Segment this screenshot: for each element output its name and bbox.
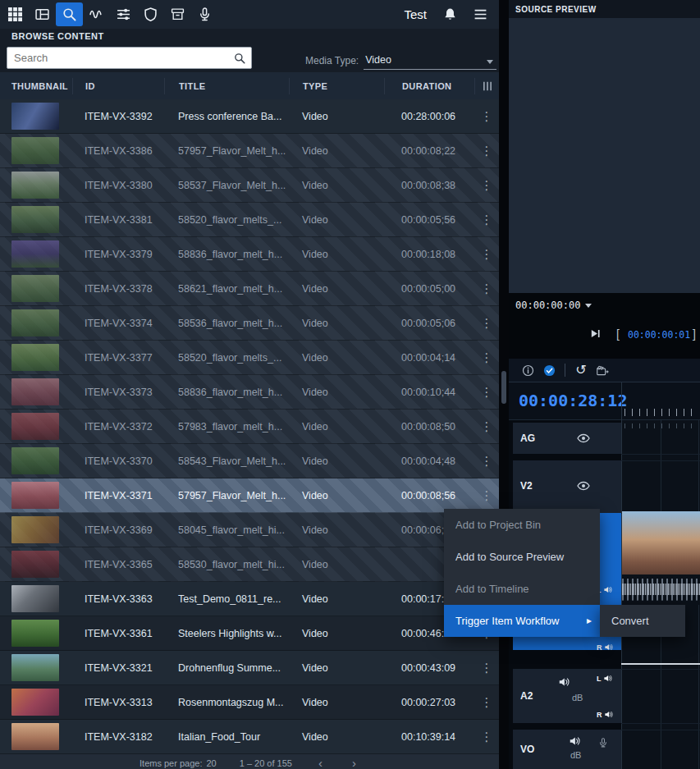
row-actions-menu-icon[interactable]: ⋮ <box>474 454 499 469</box>
next-page-icon[interactable]: › <box>349 758 359 769</box>
add-clip-icon[interactable] <box>592 360 613 380</box>
info-icon[interactable] <box>517 360 538 380</box>
video-clip-thumbnail[interactable] <box>622 511 700 574</box>
track-header-a2[interactable]: A2 dB L R <box>513 669 621 723</box>
row-actions-menu-icon[interactable]: ⋮ <box>474 350 499 365</box>
header-thumbnail[interactable]: THUMBNAIL <box>0 78 72 94</box>
db-label[interactable]: dB <box>570 750 581 760</box>
row-actions-menu-icon[interactable]: ⋮ <box>474 282 499 296</box>
item-id: ITEM-VX-3373 <box>72 387 164 398</box>
table-row[interactable]: ITEM-VX-3182 Italian_Food_Tour Video 00:… <box>0 720 499 754</box>
table-row[interactable]: ITEM-VX-3365 58530_flavor_melt_hi... Vid… <box>0 547 499 582</box>
context-menu: Add to Project Bin Add to Source Preview… <box>444 509 600 637</box>
skip-to-end-icon[interactable] <box>589 327 602 340</box>
waveform-icon[interactable] <box>83 2 110 26</box>
row-actions-menu-icon[interactable]: ⋮ <box>474 488 499 503</box>
thumbnail-cell <box>0 275 72 302</box>
table-row[interactable]: ITEM-VX-3313 Rosenmontagszug M... Video … <box>0 685 499 720</box>
notifications-bell-icon[interactable] <box>443 7 457 21</box>
row-actions-menu-icon[interactable]: ⋮ <box>474 109 499 124</box>
eye-icon[interactable] <box>577 479 590 492</box>
shield-icon[interactable] <box>137 2 164 26</box>
table-row[interactable]: ITEM-VX-3370 58543_Flavor_Melt_h... Vide… <box>0 444 499 478</box>
menu-item-trigger-item-workflow[interactable]: Trigger Item Workflow ▸ <box>444 605 600 637</box>
table-row[interactable]: ITEM-VX-3378 58621_flavor_melt_h... Vide… <box>0 272 499 306</box>
archive-icon[interactable] <box>164 2 191 26</box>
row-actions-menu-icon[interactable]: ⋮ <box>474 213 499 227</box>
preview-timecode-select[interactable]: 00:00:00:00 <box>515 300 592 311</box>
track-separator <box>621 669 700 670</box>
speaker-icon[interactable] <box>558 676 570 688</box>
video-preview-area[interactable] <box>509 18 700 293</box>
undo-icon[interactable]: ↺ <box>570 360 592 380</box>
table-row[interactable]: ITEM-VX-3373 58836_flavor_melt_h... Vide… <box>0 375 499 410</box>
speaker-icon[interactable] <box>569 735 580 747</box>
item-id: ITEM-VX-3365 <box>72 559 164 570</box>
item-duration: 00:28:00:06 <box>384 111 474 122</box>
mark-out-button[interactable]: ] <box>693 327 696 341</box>
sliders-icon[interactable] <box>110 2 137 26</box>
right-channel-meter[interactable]: R <box>597 710 613 719</box>
table-row[interactable]: ITEM-VX-3392 Press conference Ba... Vide… <box>0 99 499 134</box>
prev-page-icon[interactable]: ‹ <box>315 758 326 769</box>
menu-item-add-to-timeline[interactable]: Add to Timeline <box>444 573 600 605</box>
db-label[interactable]: dB <box>572 693 583 703</box>
row-actions-menu-icon[interactable]: ⋮ <box>474 385 499 400</box>
hamburger-menu-icon[interactable] <box>474 7 487 21</box>
column-picker-icon[interactable] <box>474 78 499 94</box>
table-row[interactable]: ITEM-VX-3380 58537_Flavor_Melt_h... Vide… <box>0 168 499 203</box>
audio-clip-waveform[interactable] <box>622 574 700 605</box>
items-per-page-select[interactable]: 20 <box>206 758 216 768</box>
item-type: Video <box>289 662 384 674</box>
search-input[interactable] <box>7 52 228 64</box>
menu-item-add-to-source-preview[interactable]: Add to Source Preview <box>444 541 600 573</box>
track-header-ag[interactable]: AG <box>513 423 621 454</box>
search-icon[interactable] <box>56 2 83 26</box>
table-row[interactable]: ITEM-VX-3386 57957_Flavor_Melt_h... Vide… <box>0 134 499 168</box>
row-actions-menu-icon[interactable]: ⋮ <box>474 247 499 262</box>
timeline-position-timecode[interactable]: 00:00:28:12 <box>519 391 627 410</box>
video-thumbnail <box>11 482 59 509</box>
table-row[interactable]: ITEM-VX-3374 58536_flavor_melt_h... Vide… <box>0 306 499 341</box>
row-actions-menu-icon[interactable]: ⋮ <box>474 178 499 193</box>
track-header-v2[interactable]: V2 <box>513 460 621 513</box>
mark-in-button[interactable]: [ <box>616 327 620 341</box>
row-actions-menu-icon[interactable]: ⋮ <box>474 695 499 710</box>
table-row-selected[interactable]: ITEM-VX-3371 57957_Flavor_Melt_h... Vide… <box>0 478 499 513</box>
row-actions-menu-icon[interactable]: ⋮ <box>474 661 499 675</box>
left-channel-meter[interactable]: L <box>597 674 612 683</box>
table-row[interactable]: ITEM-VX-3369 58045_flavor_melt_hi... Vid… <box>0 513 499 547</box>
header-type[interactable]: TYPE <box>289 78 384 94</box>
header-duration[interactable]: DURATION <box>384 78 474 94</box>
submenu-item-convert[interactable]: Convert <box>600 605 685 637</box>
table-row[interactable]: ITEM-VX-3379 58836_flavor_melt_h... Vide… <box>0 237 499 272</box>
table-row[interactable]: ITEM-VX-3363 Test_Demo_0811_re... Video … <box>0 582 499 616</box>
item-id: ITEM-VX-3369 <box>72 524 164 536</box>
menu-item-add-to-project-bin[interactable]: Add to Project Bin <box>444 509 600 541</box>
row-actions-menu-icon[interactable]: ⋮ <box>474 316 499 331</box>
timeline-ruler[interactable] <box>625 409 697 416</box>
row-actions-menu-icon[interactable]: ⋮ <box>474 144 499 158</box>
microphone-icon[interactable] <box>191 2 218 26</box>
row-actions-menu-icon[interactable]: ⋮ <box>474 419 499 434</box>
header-title[interactable]: TITLE <box>164 78 289 94</box>
header-id[interactable]: ID <box>72 78 164 94</box>
scrollbar-thumb[interactable] <box>501 371 506 404</box>
voiceover-mic-icon[interactable] <box>598 738 608 748</box>
track-header-vo[interactable]: VO dB <box>513 730 621 769</box>
table-row[interactable]: ITEM-VX-3321 Drohnenflug Summe... Video … <box>0 651 499 685</box>
library-icon[interactable] <box>29 2 56 26</box>
speaker-icon <box>603 585 612 594</box>
apps-grid-icon[interactable] <box>2 2 29 26</box>
vertical-scrollbar[interactable] <box>499 0 509 769</box>
table-row[interactable]: ITEM-VX-3361 Steelers Highlights w... Vi… <box>0 616 499 651</box>
check-circle-icon[interactable] <box>538 360 560 380</box>
table-row[interactable]: ITEM-VX-3381 58520_flavor_melts_... Vide… <box>0 203 499 237</box>
right-channel-meter[interactable]: R <box>597 643 613 652</box>
media-type-select[interactable]: Video <box>364 54 496 70</box>
table-row[interactable]: ITEM-VX-3377 58520_flavor_melts_... Vide… <box>0 341 499 375</box>
search-submit-icon[interactable] <box>228 53 251 64</box>
row-actions-menu-icon[interactable]: ⋮ <box>474 730 499 744</box>
eye-icon[interactable] <box>577 432 590 445</box>
table-row[interactable]: ITEM-VX-3372 57983_flavor_melt_h... Vide… <box>0 410 499 444</box>
